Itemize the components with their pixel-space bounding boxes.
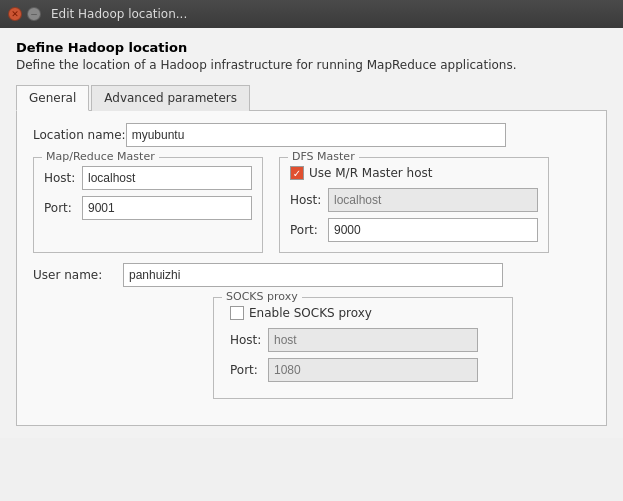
dialog-description: Define the location of a Hadoop infrastr…: [16, 58, 607, 72]
main-content: Define Hadoop location Define the locati…: [0, 28, 623, 438]
user-name-label: User name:: [33, 268, 123, 282]
mr-port-input[interactable]: [82, 196, 252, 220]
map-reduce-master-group: Map/Reduce Master Host: Port:: [33, 157, 263, 253]
tab-strip: General Advanced parameters: [16, 84, 607, 111]
user-name-row: User name:: [33, 263, 590, 287]
masters-section: Map/Reduce Master Host: Port: DFS Master…: [33, 157, 590, 253]
dialog-title: Define Hadoop location: [16, 40, 607, 55]
socks-enable-row: Enable SOCKS proxy: [230, 306, 502, 320]
socks-proxy-section: SOCKS proxy Enable SOCKS proxy Host: Por…: [33, 297, 590, 399]
socks-port-input[interactable]: [268, 358, 478, 382]
close-button[interactable]: ✕: [8, 7, 22, 21]
socks-checkbox-label: Enable SOCKS proxy: [249, 306, 372, 320]
socks-proxy-group: SOCKS proxy Enable SOCKS proxy Host: Por…: [213, 297, 513, 399]
dfs-port-row: Port:: [290, 218, 538, 242]
titlebar: ✕ − Edit Hadoop location...: [0, 0, 623, 28]
dfs-host-label: Host:: [290, 193, 328, 207]
mr-port-row: Port:: [44, 196, 252, 220]
dfs-host-row: Host:: [290, 188, 538, 212]
dfs-port-label: Port:: [290, 223, 328, 237]
socks-host-row: Host:: [230, 328, 502, 352]
mr-host-label: Host:: [44, 171, 82, 185]
mr-port-label: Port:: [44, 201, 82, 215]
socks-host-input[interactable]: [268, 328, 478, 352]
mr-host-row: Host:: [44, 166, 252, 190]
tab-content-general: Location name: Map/Reduce Master Host: P…: [16, 111, 607, 426]
location-name-label: Location name:: [33, 128, 126, 142]
map-reduce-group-title: Map/Reduce Master: [42, 150, 159, 163]
tab-general[interactable]: General: [16, 85, 89, 111]
dfs-port-input[interactable]: [328, 218, 538, 242]
dfs-group-title: DFS Master: [288, 150, 359, 163]
minimize-button[interactable]: −: [27, 7, 41, 21]
location-name-input[interactable]: [126, 123, 506, 147]
titlebar-buttons: ✕ −: [8, 7, 41, 21]
dfs-use-mr-host-checkbox[interactable]: ✓: [290, 166, 304, 180]
socks-host-label: Host:: [230, 333, 268, 347]
dfs-checkbox-row: ✓ Use M/R Master host: [290, 166, 538, 180]
dfs-checkbox-label: Use M/R Master host: [309, 166, 432, 180]
user-name-input[interactable]: [123, 263, 503, 287]
titlebar-title: Edit Hadoop location...: [51, 7, 187, 21]
socks-enable-checkbox[interactable]: [230, 306, 244, 320]
tab-advanced-parameters[interactable]: Advanced parameters: [91, 85, 250, 111]
socks-port-row: Port:: [230, 358, 502, 382]
dfs-master-group: DFS Master ✓ Use M/R Master host Host: P…: [279, 157, 549, 253]
mr-host-input[interactable]: [82, 166, 252, 190]
socks-port-label: Port:: [230, 363, 268, 377]
dfs-host-input[interactable]: [328, 188, 538, 212]
socks-group-title: SOCKS proxy: [222, 290, 302, 303]
location-name-row: Location name:: [33, 123, 590, 147]
